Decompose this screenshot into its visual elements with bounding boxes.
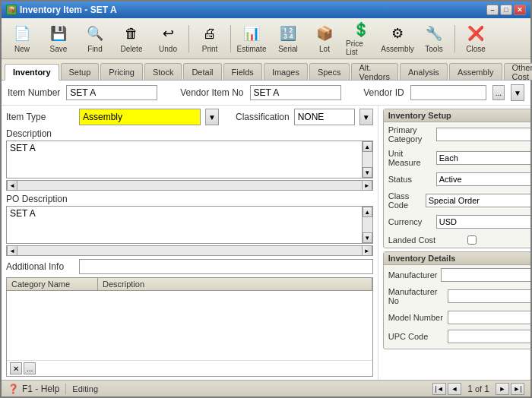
manufacturer-no-row: Manufacturer No <box>388 287 530 305</box>
primary-category-field: ▼ <box>436 128 530 141</box>
table-col-description: Description <box>98 278 372 290</box>
manufacturer-row: Manufacturer ... ▼ <box>388 268 530 282</box>
status-label: Status <box>388 175 433 184</box>
table-action-row: ✕ ... <box>7 360 372 376</box>
tab-other-cost[interactable]: Other Cost <box>504 63 532 80</box>
delete-button[interactable]: 🗑 Delete <box>114 21 149 56</box>
primary-category-input[interactable] <box>436 128 530 141</box>
landed-cost-label: Landed Cost <box>388 235 464 245</box>
class-code-input[interactable] <box>426 194 530 207</box>
status-separator-1 <box>65 384 66 394</box>
tab-fields[interactable]: Fields <box>223 63 262 80</box>
tab-analysis[interactable]: Analysis <box>400 63 448 80</box>
po-description-scroll-down[interactable]: ▼ <box>363 232 372 243</box>
po-description-label: PO Description <box>6 194 373 204</box>
content-area: Item Number Vendor Item No Vendor ID ...… <box>2 81 530 396</box>
nav-prev-button[interactable]: ◄ <box>448 383 461 395</box>
nav-last-button[interactable]: ►| <box>511 383 524 395</box>
vendor-id-dropdown-button[interactable]: ▼ <box>511 84 524 101</box>
description-hscroll-left[interactable]: ◄ <box>7 180 17 191</box>
table-delete-row-button[interactable]: ✕ <box>10 362 22 374</box>
po-description-scroll-track <box>363 217 372 232</box>
tools-icon: 🔧 <box>424 24 444 43</box>
print-button[interactable]: 🖨 Print <box>192 21 227 56</box>
po-description-scrollbar: ▲ ▼ <box>362 207 372 243</box>
vendor-id-ellipsis-button[interactable]: ... <box>492 85 505 100</box>
po-hscroll-left[interactable]: ◄ <box>7 245 17 256</box>
description-label: Description <box>6 128 373 139</box>
description-scroll-down[interactable]: ▼ <box>363 167 372 178</box>
tab-assembly[interactable]: Assembly <box>449 63 502 80</box>
description-scroll-track <box>363 152 372 167</box>
tab-alt-vendors[interactable]: Alt. Vendors <box>351 63 398 80</box>
po-description-scroll-up[interactable]: ▲ <box>363 207 372 217</box>
minimize-button[interactable]: – <box>486 5 499 15</box>
nav-next-button[interactable]: ► <box>496 383 509 395</box>
editing-status: Editing <box>72 384 98 393</box>
tab-pricing[interactable]: Pricing <box>100 63 143 80</box>
new-icon: 📄 <box>12 24 32 43</box>
description-container: Description SET A ▲ ▼ ◄ ► <box>6 128 373 191</box>
additional-info-input[interactable] <box>79 259 373 274</box>
tools-button[interactable]: 🔧 Tools <box>416 21 451 56</box>
manufacturer-input[interactable] <box>441 268 530 282</box>
new-button[interactable]: 📄 New <box>5 21 40 56</box>
currency-input[interactable] <box>436 215 530 229</box>
classification-input[interactable] <box>294 109 355 125</box>
price-list-button[interactable]: 💲 Price List <box>344 21 378 56</box>
status-input[interactable] <box>436 172 530 186</box>
main-window: 📦 Inventory Item - SET A – □ ✕ 📄 New 💾 S… <box>0 0 532 398</box>
window-close-button[interactable]: ✕ <box>514 5 526 15</box>
tab-specs[interactable]: Specs <box>309 63 350 80</box>
tab-setup[interactable]: Setup <box>61 63 100 80</box>
item-type-input[interactable] <box>79 109 201 125</box>
delete-icon: 🗑 <box>122 24 141 43</box>
toolbar-separator-1 <box>188 25 189 52</box>
table-add-row-button[interactable]: ... <box>24 362 36 374</box>
description-textarea[interactable]: SET A <box>7 141 362 178</box>
serial-button[interactable]: 🔢 Serial <box>271 21 306 56</box>
item-type-dropdown-button[interactable]: ▼ <box>205 109 219 125</box>
item-type-label: Item Type <box>6 112 74 122</box>
tab-images[interactable]: Images <box>264 63 308 80</box>
find-icon: 🔍 <box>85 24 105 43</box>
page-current: 1 of 1 <box>463 384 494 394</box>
find-button[interactable]: 🔍 Find <box>78 21 112 56</box>
status-field: ▼ <box>436 172 530 186</box>
assembly-icon: ⚙ <box>388 24 407 43</box>
undo-button[interactable]: ↩ Undo <box>150 21 185 56</box>
model-number-label: Model Number <box>388 313 445 322</box>
help-section: ❓ F1 - Help <box>8 384 59 394</box>
estimate-button[interactable]: 📊 Estimate <box>234 21 269 56</box>
nav-first-button[interactable]: |◄ <box>432 383 446 395</box>
upc-code-input[interactable] <box>448 330 530 343</box>
lot-button[interactable]: 📦 Lot <box>307 21 342 56</box>
assembly-button[interactable]: ⚙ Assembly <box>380 21 415 56</box>
po-hscroll-right[interactable]: ► <box>362 245 372 256</box>
model-number-input[interactable] <box>448 311 530 324</box>
vendor-item-no-input[interactable] <box>250 85 341 100</box>
classification-label: Classification <box>236 112 290 122</box>
upc-code-row: UPC Code <box>388 330 530 343</box>
vendor-id-input[interactable] <box>410 85 486 100</box>
item-number-label: Item Number <box>8 87 60 98</box>
inventory-setup-section: Inventory Setup Primary Category ▼ Un <box>383 109 530 248</box>
table-header: Category Name Description <box>7 278 372 291</box>
close-button[interactable]: ❌ Close <box>458 21 493 56</box>
description-scroll-up[interactable]: ▲ <box>363 141 372 152</box>
vendor-item-no-label: Vendor Item No <box>180 87 243 98</box>
classification-dropdown-button[interactable]: ▼ <box>359 109 373 125</box>
manufacturer-no-input[interactable] <box>448 289 530 303</box>
item-number-input[interactable] <box>66 85 157 100</box>
tab-detail[interactable]: Detail <box>183 63 221 80</box>
po-description-textarea[interactable]: SET A <box>7 207 362 243</box>
landed-cost-checkbox[interactable] <box>467 235 477 245</box>
save-button[interactable]: 💾 Save <box>41 21 76 56</box>
tab-stock[interactable]: Stock <box>144 63 182 80</box>
description-hscroll-right[interactable]: ► <box>362 180 372 191</box>
undo-icon: ↩ <box>158 24 178 43</box>
unit-measure-input[interactable] <box>436 151 530 165</box>
class-code-label: Class Code <box>388 191 423 210</box>
maximize-button[interactable]: □ <box>500 5 512 15</box>
tab-inventory[interactable]: Inventory <box>5 64 59 81</box>
